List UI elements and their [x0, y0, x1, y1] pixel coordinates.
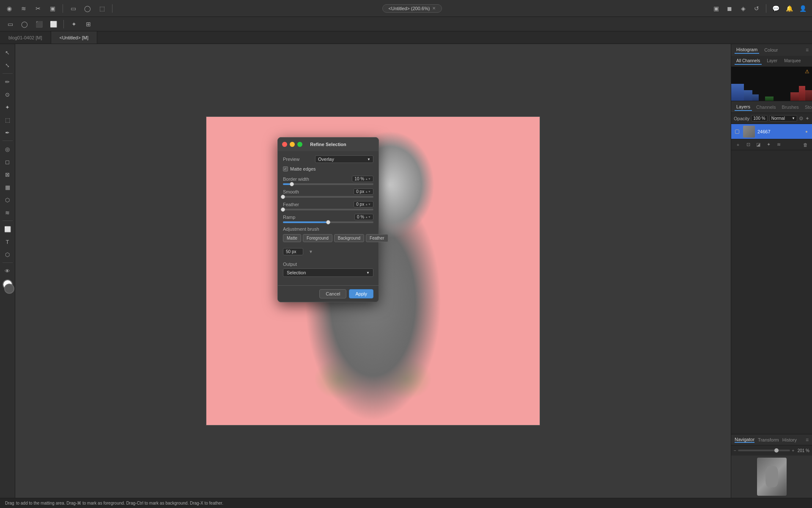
tab-colour[interactable]: Colour — [763, 47, 779, 53]
tab-stock[interactable]: Stock — [803, 104, 812, 110]
tool-transform[interactable]: ⤡ — [2, 59, 14, 71]
profile-icon[interactable]: 👤 — [797, 3, 809, 14]
zoom-slider[interactable] — [738, 450, 790, 451]
export-icon[interactable]: ▣ — [47, 3, 58, 14]
cancel-button[interactable]: Cancel — [319, 289, 346, 298]
tool-erase[interactable]: ◻ — [2, 156, 14, 168]
matte-edges-checkbox[interactable]: ✓ — [283, 166, 288, 171]
tool-move[interactable]: ↖ — [2, 47, 14, 58]
smooth-value-box[interactable]: 0 px ▲▼ — [354, 188, 373, 195]
brush-btn-feather[interactable]: Feather — [366, 234, 388, 242]
border-width-value-box[interactable]: 10 % ▲▼ — [352, 176, 373, 182]
ramp-thumb[interactable] — [326, 220, 330, 224]
marquee-row-icon[interactable]: ⬛ — [33, 18, 45, 30]
marquee-ellipse-icon[interactable]: ◯ — [19, 18, 30, 30]
marquee-col-icon[interactable]: ⬜ — [47, 18, 59, 30]
tab-layers[interactable]: Layers — [735, 103, 752, 111]
smooth-track[interactable] — [283, 196, 373, 198]
layer-visibility-toggle[interactable] — [734, 130, 741, 134]
navigator-preview[interactable] — [731, 456, 812, 498]
layer-fx-icon[interactable]: ✦ — [805, 116, 809, 121]
opacity-value[interactable]: 100 % — [751, 115, 767, 121]
chat-icon[interactable]: 💬 — [770, 3, 782, 14]
smooth-thumb[interactable] — [281, 195, 285, 199]
tool-blur[interactable]: ≋ — [2, 207, 14, 218]
ramp-stepper-icon[interactable]: ▲▼ — [365, 215, 371, 218]
view-icon[interactable]: ▣ — [710, 3, 722, 14]
selection-rect-icon[interactable]: ▭ — [67, 3, 79, 14]
refine-selection-dialog[interactable]: Refine Selection Preview Overlay ▼ ✓ — [277, 137, 379, 302]
tab-channels[interactable]: Channels — [754, 104, 777, 110]
subtab-marquee[interactable]: Marquee — [782, 58, 802, 65]
window-maximize-button[interactable] — [297, 142, 302, 147]
background-color[interactable] — [4, 284, 14, 294]
ramp-track[interactable] — [283, 221, 373, 223]
feather-stepper-icon[interactable]: ▲▼ — [365, 203, 371, 206]
layer-row-0[interactable]: 24667 ● — [731, 124, 812, 139]
tool-fill[interactable]: ⬡ — [2, 194, 14, 206]
brush-size-input[interactable]: 50 px — [283, 248, 303, 255]
adjust-icon[interactable]: ✂ — [32, 3, 44, 14]
window-close-button[interactable] — [282, 142, 287, 147]
add-layer-icon[interactable]: + — [734, 141, 742, 149]
histogram-menu-icon[interactable]: ≡ — [806, 47, 809, 53]
feather-track[interactable] — [283, 209, 373, 210]
tool-dodge[interactable]: ⊙ — [2, 88, 14, 100]
tool-selection[interactable]: ⬚ — [2, 114, 14, 126]
matte-edges-row[interactable]: ✓ Matte edges — [283, 166, 373, 171]
marquee-rect-icon[interactable]: ▭ — [4, 18, 16, 30]
app-icon[interactable]: ◉ — [3, 3, 15, 14]
tool-paint[interactable]: ✏ — [2, 76, 14, 88]
fx-layer-icon[interactable]: ✦ — [764, 141, 773, 149]
tab-blog[interactable]: blog01-0402 [M] — [0, 31, 51, 44]
border-width-track[interactable] — [283, 183, 373, 185]
nav-tab-transform[interactable]: Transform — [758, 437, 779, 442]
brush-btn-foreground[interactable]: Foreground — [303, 234, 332, 242]
brush-btn-matte[interactable]: Matte — [283, 234, 301, 242]
tool-shapes[interactable]: ⬜ — [2, 223, 14, 235]
tool-crop[interactable]: ⊠ — [2, 168, 14, 180]
delete-layer-icon[interactable]: 🗑 — [801, 141, 809, 149]
mask-layer-icon[interactable]: ◪ — [754, 141, 763, 149]
color-icon[interactable]: ◈ — [737, 3, 749, 14]
brush-size-expand-icon[interactable]: ▼ — [305, 246, 317, 257]
tab-brushes[interactable]: Brushes — [780, 104, 801, 110]
tool-clone[interactable]: ◎ — [2, 143, 14, 155]
tool-text[interactable]: T — [2, 236, 14, 248]
window-minimize-button[interactable] — [290, 142, 295, 147]
refine-icon[interactable]: ✦ — [68, 18, 80, 30]
nav-tab-history[interactable]: History — [782, 437, 797, 442]
snap-icon[interactable]: ⊞ — [82, 18, 94, 30]
group-layer-icon[interactable]: ⊡ — [744, 141, 752, 149]
border-width-thumb[interactable] — [290, 182, 294, 186]
tab-histogram[interactable]: Histogram — [735, 46, 759, 54]
blend-mode-select[interactable]: Normal ▼ — [769, 115, 797, 121]
nav-menu-icon[interactable]: ≡ — [806, 437, 809, 443]
ramp-value-box[interactable]: 0 % ▲▼ — [354, 214, 373, 220]
tool-eye[interactable]: 👁 — [2, 265, 14, 277]
preview-select[interactable]: Overlay ▼ — [315, 155, 373, 163]
output-select[interactable]: Selection ▼ — [283, 268, 373, 277]
layer-lock-icon[interactable]: ● — [804, 129, 809, 135]
zoom-out-icon[interactable]: − — [734, 448, 736, 453]
selection-ellipse-icon[interactable]: ◯ — [82, 3, 93, 14]
smooth-stepper-icon[interactable]: ▲▼ — [365, 190, 371, 193]
nav-tab-navigator[interactable]: Navigator — [735, 437, 754, 443]
layers-icon[interactable]: ≋ — [18, 3, 30, 14]
share-icon[interactable]: 🔔 — [783, 3, 795, 14]
feather-value-box[interactable]: 0 px ▲▼ — [354, 201, 373, 207]
undo-icon[interactable]: ↺ — [751, 3, 763, 14]
adjust-layer-icon[interactable]: ≋ — [774, 141, 783, 149]
brush-btn-background[interactable]: Background — [334, 234, 364, 242]
tool-gradient[interactable]: ▦ — [2, 181, 14, 193]
tool-node[interactable]: ⬡ — [2, 248, 14, 260]
apply-button[interactable]: Apply — [349, 289, 373, 298]
tool-pen[interactable]: ✒ — [2, 127, 14, 138]
subtab-all-channels[interactable]: All Channels — [735, 58, 762, 65]
canvas-area[interactable]: Refine Selection Preview Overlay ▼ ✓ — [15, 44, 731, 498]
record-icon[interactable]: ◼ — [724, 3, 735, 14]
tool-retouch[interactable]: ✦ — [2, 101, 14, 113]
feather-thumb[interactable] — [281, 207, 285, 212]
document-title-pill[interactable]: <Untitled> (200.6%) ✕ — [382, 4, 442, 13]
layer-settings-icon[interactable]: ⚙ — [799, 116, 804, 121]
